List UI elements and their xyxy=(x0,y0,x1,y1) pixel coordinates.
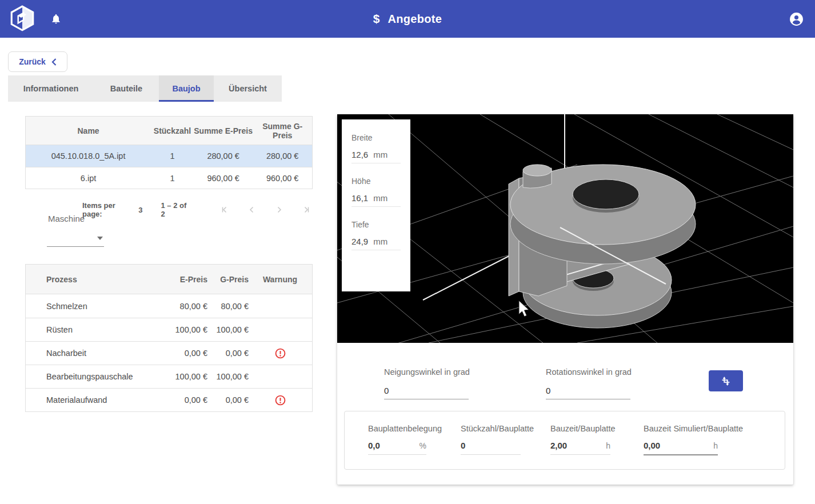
col-header-stueckzahl: Stückzahl xyxy=(151,126,194,135)
cell-process: Bearbeitungspauschale xyxy=(26,372,140,381)
page-title: $ Angebote xyxy=(0,0,815,38)
parts-table-header: Name Stückzahl Summe E-Preis Summe G-Pre… xyxy=(26,117,312,145)
first-page-button[interactable] xyxy=(219,203,232,217)
tiefe-value: 24,9 xyxy=(351,237,368,246)
page-title-text: Angebote xyxy=(388,13,442,26)
items-per-page-label: Items per page: xyxy=(82,201,135,218)
baujob-panel: Breite 12,6 mm Höhe 16,1 mm Tiefe xyxy=(337,114,793,485)
currency-dollar-icon: $ xyxy=(373,12,380,26)
cell-e-preis: 100,00 € xyxy=(140,372,207,381)
warning-icon xyxy=(275,395,286,406)
machine-select-label: Maschine xyxy=(48,214,85,223)
machine-select[interactable] xyxy=(47,230,104,247)
next-page-button[interactable] xyxy=(273,203,286,217)
chevron-left-icon xyxy=(247,205,257,215)
cell-g-preis: 100,00 € xyxy=(207,372,249,381)
cell-qty: 1 xyxy=(151,151,194,161)
cell-e-preis: 100,00 € xyxy=(140,325,207,334)
table-row[interactable]: Rüsten 100,00 € 100,00 € xyxy=(26,318,312,341)
col-header-summe-g-preis: Summe G-Preis xyxy=(253,122,312,140)
breite-label: Breite xyxy=(351,133,410,142)
chevron-left-icon xyxy=(51,58,57,66)
cell-g-preis: 80,00 € xyxy=(207,302,249,311)
dropdown-arrow-icon xyxy=(97,237,103,240)
cell-sum-g: 280,00 € xyxy=(253,151,312,161)
cell-name: 6.ipt xyxy=(26,174,151,183)
hoehe-label: Höhe xyxy=(351,177,410,186)
hoehe-field[interactable]: 16,1 mm xyxy=(351,193,401,207)
table-row[interactable]: Materialaufwand 0,00 € 0,00 € xyxy=(26,388,312,411)
col-header-e-preis: E-Preis xyxy=(140,275,207,284)
bauplatte-stats-box: Bauplattenbelegung 0,0 % Stückzahl/Baupl… xyxy=(344,411,785,470)
tab-uebersicht[interactable]: Übersicht xyxy=(214,75,282,102)
cell-process: Rüsten xyxy=(26,325,140,334)
neigungswinkel-input[interactable] xyxy=(384,385,469,399)
table-row[interactable]: Nacharbeit 0,00 € 0,00 € xyxy=(26,341,312,365)
cell-name: 045.10.018.0_5A.ipt xyxy=(26,151,151,161)
breite-unit: mm xyxy=(373,150,387,159)
table-row[interactable]: Schmelzen 80,00 € 80,00 € xyxy=(26,294,312,318)
col-header-warnung: Warnung xyxy=(249,275,311,284)
bauzeit-bauplatte-field[interactable]: 2,00 h xyxy=(550,441,610,455)
cell-process: Materialaufwand xyxy=(26,395,140,405)
items-per-page-value[interactable]: 3 xyxy=(138,206,142,214)
bauzeit-simuliert-value: 0,00 xyxy=(644,441,660,450)
tiefe-field[interactable]: 24,9 mm xyxy=(351,237,401,250)
bauplattenbelegung-unit: % xyxy=(420,441,426,450)
warning-icon xyxy=(275,348,286,359)
process-table: Prozess E-Preis G-Preis Warnung Schmelze… xyxy=(25,264,313,412)
table-row[interactable]: 6.ipt 1 960,00 € 960,00 € xyxy=(26,167,312,189)
paginator-range-label: 1 – 2 of 2 xyxy=(161,201,191,218)
3d-viewport[interactable]: Breite 12,6 mm Höhe 16,1 mm Tiefe xyxy=(337,114,793,343)
stueckzahl-bauplatte-label: Stückzahl/Bauplatte xyxy=(461,424,534,433)
cell-e-preis: 80,00 € xyxy=(140,302,207,311)
rotationswinkel-input[interactable] xyxy=(546,385,630,399)
col-header-summe-e-preis: Summe E-Preis xyxy=(194,126,253,135)
table-row[interactable]: 045.10.018.0_5A.ipt 1 280,00 € 280,00 € xyxy=(26,145,312,167)
hoehe-value: 16,1 xyxy=(351,193,368,203)
cell-sum-e: 960,00 € xyxy=(194,174,253,183)
bauzeit-bauplatte-value: 2,00 xyxy=(550,441,567,450)
back-button-label: Zurück xyxy=(19,57,46,66)
last-page-button[interactable] xyxy=(299,203,313,217)
bauzeit-simuliert-label: Bauzeit Simuliert/Bauplatte xyxy=(644,424,743,433)
user-avatar-icon[interactable] xyxy=(789,12,804,26)
cell-process: Schmelzen xyxy=(26,302,140,311)
cell-e-preis: 0,00 € xyxy=(140,349,207,358)
bauzeit-bauplatte-unit: h xyxy=(606,441,610,450)
breite-field[interactable]: 12,6 mm xyxy=(351,150,401,163)
cell-g-preis: 0,00 € xyxy=(207,349,249,358)
stueckzahl-bauplatte-field[interactable]: 0 xyxy=(461,441,521,455)
col-header-prozess: Prozess xyxy=(26,275,140,284)
dimensions-overlay: Breite 12,6 mm Höhe 16,1 mm Tiefe xyxy=(342,119,410,291)
bauzeit-bauplatte-label: Bauzeit/Bauplatte xyxy=(550,424,616,433)
cell-e-preis: 0,00 € xyxy=(140,395,207,405)
chevron-right-icon xyxy=(274,205,284,215)
cell-g-preis: 100,00 € xyxy=(207,325,249,334)
tiefe-unit: mm xyxy=(373,237,387,246)
apply-orientation-button[interactable] xyxy=(709,370,743,391)
stueckzahl-bauplatte-value: 0 xyxy=(461,441,465,450)
crop-rotate-icon xyxy=(720,375,732,387)
col-header-g-preis: G-Preis xyxy=(207,275,249,284)
breite-value: 12,6 xyxy=(351,150,368,159)
process-table-header: Prozess E-Preis G-Preis Warnung xyxy=(26,265,312,294)
tab-bar: Informationen Bauteile Baujob Übersicht xyxy=(8,75,282,102)
bauplattenbelegung-field[interactable]: 0,0 % xyxy=(368,441,426,455)
cell-sum-g: 960,00 € xyxy=(253,174,312,183)
cell-sum-e: 280,00 € xyxy=(194,151,253,161)
cell-g-preis: 0,00 € xyxy=(207,395,249,405)
table-row[interactable]: Bearbeitungspauschale 100,00 € 100,00 € xyxy=(26,365,312,388)
tab-bauteile[interactable]: Bauteile xyxy=(94,75,159,102)
bauplattenbelegung-label: Bauplattenbelegung xyxy=(368,424,442,433)
tab-informationen[interactable]: Informationen xyxy=(8,75,94,102)
previous-page-button[interactable] xyxy=(246,203,259,217)
back-button[interactable]: Zurück xyxy=(8,51,67,72)
cell-process: Nacharbeit xyxy=(26,349,140,358)
bauplattenbelegung-value: 0,0 xyxy=(368,441,380,450)
hoehe-unit: mm xyxy=(373,193,387,203)
tab-baujob[interactable]: Baujob xyxy=(159,75,214,102)
top-app-bar: $ Angebote xyxy=(0,0,815,38)
tiefe-label: Tiefe xyxy=(351,220,410,229)
bauzeit-simuliert-field[interactable]: 0,00 h xyxy=(644,441,718,455)
